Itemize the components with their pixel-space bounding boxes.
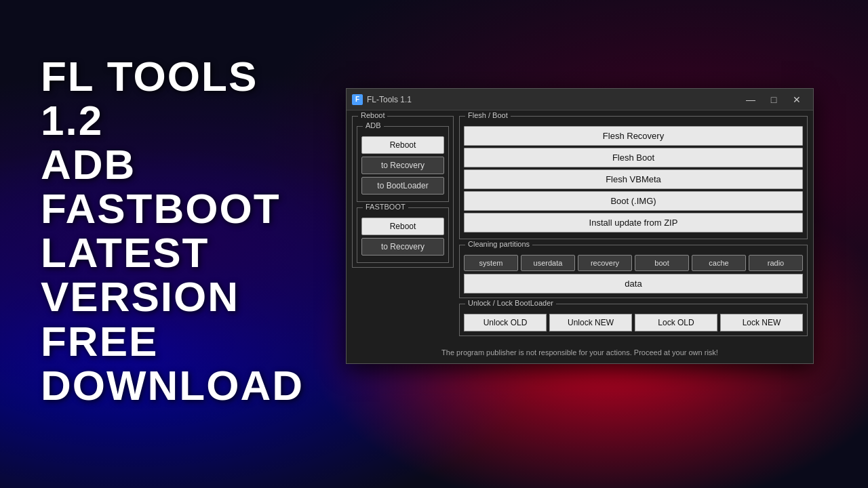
clean-radio-button[interactable]: radio (749, 255, 803, 271)
reboot-section: Reboot ADB Reboot to Recovery to BootLoa… (352, 116, 454, 336)
flesh-vbmeta-button[interactable]: Flesh VBMeta (464, 169, 803, 189)
app-icon: F (352, 94, 363, 105)
unlock-new-button[interactable]: Unlock NEW (549, 314, 632, 331)
clean-data-button[interactable]: data (464, 274, 803, 293)
minimize-button[interactable]: — (740, 92, 762, 108)
right-section: Flesh / Boot Flesh Recovery Flesh Boot F… (459, 116, 808, 336)
cleaning-partitions-group: Cleaning partitions system userdata reco… (459, 245, 808, 298)
flesh-boot-group-label: Flesh / Boot (465, 111, 511, 119)
footer-text: The program publisher is not responsible… (441, 348, 718, 357)
unlock-lock-group: Unlock / Lock BootLoader Unlock OLD Unlo… (459, 304, 808, 336)
cleaning-group-label: Cleaning partitions (465, 240, 532, 248)
app-window: F FL-Tools 1.1 — □ ✕ Reboot ADB Reboot t… (346, 88, 814, 364)
adb-to-bootloader-button[interactable]: to BootLoader (361, 177, 444, 195)
title-bar-controls: — □ ✕ (740, 92, 808, 108)
fastboot-to-recovery-button[interactable]: to Recovery (361, 238, 444, 256)
install-update-zip-button[interactable]: Install update from ZIP (464, 213, 803, 232)
maximize-button[interactable]: □ (763, 92, 785, 108)
clean-recovery-button[interactable]: recovery (578, 255, 632, 271)
clean-userdata-button[interactable]: userdata (521, 255, 575, 271)
window-title: FL-Tools 1.1 (367, 95, 740, 104)
adb-to-recovery-button[interactable]: to Recovery (361, 157, 444, 174)
fastboot-group-label: FASTBOOT (363, 203, 408, 211)
close-button[interactable]: ✕ (786, 92, 808, 108)
clean-system-button[interactable]: system (464, 255, 518, 271)
fastboot-group: FASTBOOT Reboot to Recovery (357, 207, 449, 263)
headline-text: FL TOOLS 1.2 ADB FASTBOOT LATEST VERSION… (41, 54, 304, 407)
lock-old-button[interactable]: Lock OLD (635, 314, 717, 331)
boot-img-button[interactable]: Boot (.IMG) (464, 191, 803, 211)
adb-group: ADB Reboot to Recovery to BootLoader (357, 126, 449, 202)
reboot-group: Reboot ADB Reboot to Recovery to BootLoa… (352, 116, 454, 268)
unlock-row: Unlock OLD Unlock NEW Lock OLD Lock NEW (464, 314, 803, 331)
flesh-recovery-button[interactable]: Flesh Recovery (464, 126, 803, 146)
reboot-group-label: Reboot (358, 111, 387, 119)
flesh-boot-group: Flesh / Boot Flesh Recovery Flesh Boot F… (459, 116, 808, 239)
clean-boot-button[interactable]: boot (635, 255, 689, 271)
clean-cache-button[interactable]: cache (692, 255, 746, 271)
title-bar: F FL-Tools 1.1 — □ ✕ (347, 89, 813, 110)
app-footer: The program publisher is not responsible… (347, 342, 813, 363)
flesh-boot-button[interactable]: Flesh Boot (464, 148, 803, 167)
unlock-lock-group-label: Unlock / Lock BootLoader (465, 299, 556, 307)
unlock-old-button[interactable]: Unlock OLD (464, 314, 547, 331)
app-content: Reboot ADB Reboot to Recovery to BootLoa… (347, 110, 813, 342)
lock-new-button[interactable]: Lock NEW (720, 314, 803, 331)
adb-group-label: ADB (363, 121, 384, 129)
adb-reboot-button[interactable]: Reboot (361, 136, 444, 154)
left-panel: FL TOOLS 1.2 ADB FASTBOOT LATEST VERSION… (41, 54, 304, 407)
cleaning-row-1: system userdata recovery boot cache radi… (464, 255, 803, 271)
fastboot-reboot-button[interactable]: Reboot (361, 218, 444, 235)
